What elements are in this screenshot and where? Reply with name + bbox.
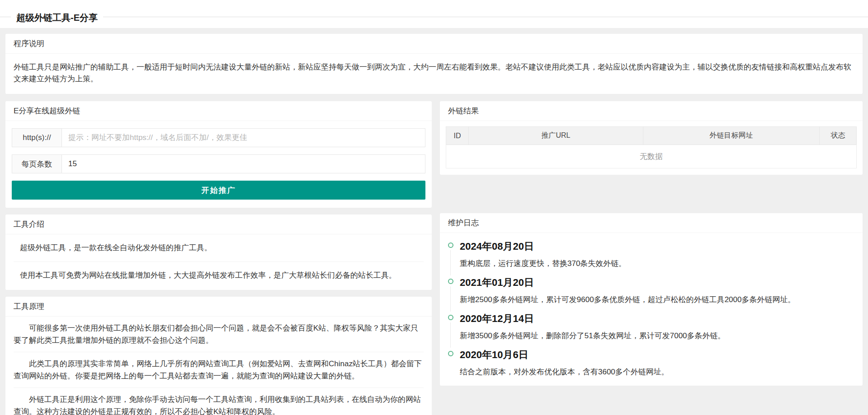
results-table: ID 推广URL 外链目标网址 状态 无数据 [446, 126, 857, 168]
timeline-dot-icon [448, 279, 453, 284]
link-results-header: 外链结果 [440, 101, 863, 121]
page-header: 超级外链工具-E分享 [0, 0, 868, 28]
timeline-description: 重构底层，运行速度更快，替换370条失效外链。 [460, 258, 854, 269]
two-column-layout: E分享在线超级外链 http(s):// 每页条数 开始推广 工具介绍 [5, 101, 863, 415]
timeline-dot-icon [448, 351, 453, 356]
notice-card-header: 程序说明 [5, 34, 863, 54]
main-container: 程序说明 外链工具只是网站推广的辅助工具，一般适用于短时间内无法建设大量外链的新… [0, 28, 868, 415]
link-results-body: ID 推广URL 外链目标网址 状态 无数据 [440, 121, 863, 175]
timeline-date: 2024年08月20日 [460, 240, 854, 252]
timeline-item: 2020年10月6日 结合之前版本，对外发布优化版本，含有3600多个外链网址。 [448, 349, 854, 385]
per-page-label: 每页条数 [12, 155, 62, 173]
empty-row: 无数据 [446, 145, 857, 168]
maintenance-log-card: 维护日志 2024年08月20日 重构底层，运行速度更快，替换370条失效外链。… [440, 213, 863, 386]
timeline-item: 2020年12月14日 新增3500多条外链网址，删除部分了51条失效网址，累计… [448, 312, 854, 349]
paragraph: 可能很多第一次使用外链工具的站长朋友们都会担心同一个问题，就是会不会被百度K站、… [14, 317, 424, 352]
url-input-row: http(s):// [12, 128, 425, 147]
start-promotion-button[interactable]: 开始推广 [12, 181, 425, 200]
no-data-text: 无数据 [446, 145, 857, 168]
timeline-date: 2021年01月20日 [460, 276, 854, 289]
tool-principle-header: 工具原理 [5, 297, 432, 317]
left-column: E分享在线超级外链 http(s):// 每页条数 开始推广 工具介绍 [5, 101, 432, 415]
link-form-body: http(s):// 每页条数 开始推广 [5, 121, 432, 208]
timeline-date: 2020年12月14日 [460, 312, 854, 325]
notice-text: 外链工具只是网站推广的辅助工具，一般适用于短时间内无法建设大量外链的新站，新站应… [5, 54, 863, 94]
results-table-header-row: ID 推广URL 外链目标网址 状态 [446, 127, 857, 145]
paragraph: 此类工具的原理其实非常简单，网络上几乎所有的网站查询工具（例如爱站网、去查网和C… [14, 352, 424, 387]
timeline-dot-icon [448, 315, 453, 320]
column-header-id: ID [446, 127, 469, 145]
column-header-status: 状态 [820, 127, 857, 145]
page-title: 超级外链工具-E分享 [11, 12, 103, 24]
timeline-date: 2020年10月6日 [460, 349, 854, 361]
url-protocol-label: http(s):// [12, 129, 62, 147]
timeline-dot-icon [448, 242, 453, 248]
paragraph: 外链工具正是利用这个原理，免除你手动去访问每一个工具站查询，利用收集到的工具站列… [14, 387, 424, 415]
tool-intro-header: 工具介绍 [5, 214, 432, 234]
tool-principle-paragraphs: 可能很多第一次使用外链工具的站长朋友们都会担心同一个问题，就是会不会被百度K站、… [5, 317, 432, 415]
link-form-header: E分享在线超级外链 [5, 101, 432, 121]
header-divider [0, 17, 868, 17]
timeline-description: 结合之前版本，对外发布优化版本，含有3600多个外链网址。 [460, 367, 854, 378]
timeline-item: 2024年08月20日 重构底层，运行速度更快，替换370条失效外链。 [448, 240, 854, 276]
per-page-input-row: 每页条数 [12, 154, 425, 173]
url-input[interactable] [62, 129, 425, 147]
timeline-description: 新增2500多条外链网址，累计可发9600多条优质外链，超过卢松松的外链工具20… [460, 294, 854, 305]
per-page-input[interactable] [62, 155, 425, 173]
list-item: 使用本工具可免费为网站在线批量增加外链，大大提高外链发布工作效率，是广大草根站长… [14, 261, 424, 289]
tool-intro-card: 工具介绍 超级外链工具，是一款在线全自动化发外链的推广工具。 使用本工具可免费为… [5, 214, 432, 290]
link-results-card: 外链结果 ID 推广URL 外链目标网址 状态 [440, 101, 863, 175]
maintenance-log-timeline: 2024年08月20日 重构底层，运行速度更快，替换370条失效外链。 2021… [440, 233, 863, 386]
tool-intro-list: 超级外链工具，是一款在线全自动化发外链的推广工具。 使用本工具可免费为网站在线批… [5, 234, 432, 289]
link-form-card: E分享在线超级外链 http(s):// 每页条数 开始推广 [5, 101, 432, 208]
timeline-description: 新增3500多条外链网址，删除部分了51条失效网址，累计可发7000多条外链。 [460, 331, 854, 341]
right-column: 外链结果 ID 推广URL 外链目标网址 状态 [440, 101, 863, 392]
column-header-promo-url: 推广URL [468, 127, 643, 145]
column-header-target-url: 外链目标网址 [643, 127, 819, 145]
maintenance-log-header: 维护日志 [440, 213, 863, 233]
notice-card: 程序说明 外链工具只是网站推广的辅助工具，一般适用于短时间内无法建设大量外链的新… [5, 34, 863, 94]
tool-principle-card: 工具原理 可能很多第一次使用外链工具的站长朋友们都会担心同一个问题，就是会不会被… [5, 297, 432, 415]
timeline-item: 2021年01月20日 新增2500多条外链网址，累计可发9600多条优质外链，… [448, 276, 854, 312]
list-item: 超级外链工具，是一款在线全自动化发外链的推广工具。 [14, 234, 424, 261]
